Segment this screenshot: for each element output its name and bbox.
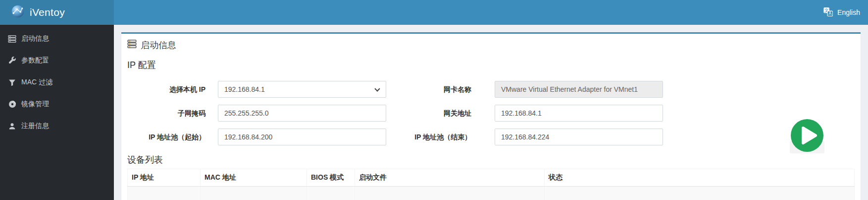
- local-ip-selected-value: 192.168.84.1: [224, 85, 265, 93]
- sidebar-item-label: 参数配置: [21, 56, 49, 65]
- device-list-section-title: 设备列表: [127, 154, 855, 165]
- sidebar-item-param-config[interactable]: 参数配置: [0, 50, 114, 71]
- sidebar-item-label: 注册信息: [21, 122, 49, 131]
- start-service-control: [789, 117, 825, 154]
- col-header-mac: MAC 地址: [201, 169, 307, 187]
- nic-name-field: [495, 81, 663, 98]
- subnet-mask-field[interactable]: [218, 105, 386, 122]
- iventoy-globe-icon: [11, 4, 25, 20]
- brand-name: iVentoy: [30, 6, 65, 18]
- gateway-label: 网关地址: [386, 105, 495, 122]
- language-label: English: [837, 8, 860, 16]
- sidebar-item-boot-info[interactable]: 启动信息: [0, 28, 114, 50]
- ip-config-section-title: IP 配置: [127, 59, 855, 70]
- table-cell: [307, 187, 355, 200]
- table-cell: [201, 187, 307, 200]
- server-icon: [8, 35, 16, 43]
- brand-logo[interactable]: iVentoy: [0, 0, 114, 25]
- boot-info-panel: 启动信息 IP 配置 选择本机 IP 192.168.84.1 网卡名称 子网掩…: [121, 32, 861, 200]
- subnet-mask-label: 子网掩码: [127, 105, 218, 122]
- page-title-text: 启动信息: [141, 39, 176, 51]
- pool-end-label: IP 地址池（结束）: [386, 129, 495, 145]
- content-area: 启动信息 IP 配置 选择本机 IP 192.168.84.1 网卡名称 子网掩…: [114, 25, 868, 200]
- start-service-button[interactable]: [790, 118, 824, 153]
- sidebar-item-label: 镜像管理: [21, 100, 49, 109]
- sidebar-item-register-info[interactable]: 注册信息: [0, 115, 114, 137]
- ip-config-form: 选择本机 IP 192.168.84.1 网卡名称 子网掩码 网关地址: [127, 81, 855, 145]
- table-cell: [128, 187, 201, 200]
- pool-end-field[interactable]: [495, 129, 663, 145]
- col-header-bios-mode: BIOS 模式: [307, 169, 355, 187]
- disc-icon: [8, 100, 16, 109]
- table-cell: [355, 187, 545, 200]
- table-cell: [545, 187, 855, 200]
- local-ip-label: 选择本机 IP: [127, 81, 218, 98]
- sidebar-item-label: 启动信息: [21, 34, 49, 43]
- local-ip-select[interactable]: 192.168.84.1: [218, 81, 386, 98]
- col-header-status: 状态: [545, 169, 855, 187]
- server-icon: [127, 39, 137, 51]
- chevron-down-icon: [374, 86, 380, 91]
- svg-text:A: A: [829, 11, 832, 16]
- play-icon: [790, 118, 824, 153]
- sidebar-item-image-mgmt[interactable]: 镜像管理: [0, 93, 114, 115]
- user-icon: [8, 122, 16, 131]
- sidebar-item-mac-filter[interactable]: MAC 过滤: [0, 71, 114, 93]
- language-switcher[interactable]: 文 A English: [816, 0, 868, 25]
- sidebar-item-label: MAC 过滤: [21, 78, 52, 87]
- table-row-empty: [128, 187, 855, 200]
- device-table: IP 地址 MAC 地址 BIOS 模式 启动文件 状态: [127, 169, 855, 200]
- pool-start-field[interactable]: [218, 129, 386, 145]
- device-table-header-row: IP 地址 MAC 地址 BIOS 模式 启动文件 状态: [128, 169, 855, 187]
- pool-start-label: IP 地址池（起始）: [127, 129, 218, 145]
- col-header-ip: IP 地址: [128, 169, 201, 187]
- top-navbar: iVentoy 文 A English: [0, 0, 868, 25]
- col-header-boot-file: 启动文件: [355, 169, 545, 187]
- sidebar-menu: 启动信息 参数配置 MAC 过滤: [0, 25, 114, 137]
- nic-name-label: 网卡名称: [386, 81, 495, 98]
- gateway-field[interactable]: [495, 105, 663, 122]
- sidebar: 启动信息 参数配置 MAC 过滤: [0, 25, 114, 200]
- wrench-icon: [8, 57, 16, 65]
- app-window: iVentoy 文 A English: [0, 0, 868, 200]
- page-title: 启动信息: [127, 40, 855, 51]
- filter-icon: [8, 78, 16, 87]
- translate-icon: 文 A: [823, 7, 833, 18]
